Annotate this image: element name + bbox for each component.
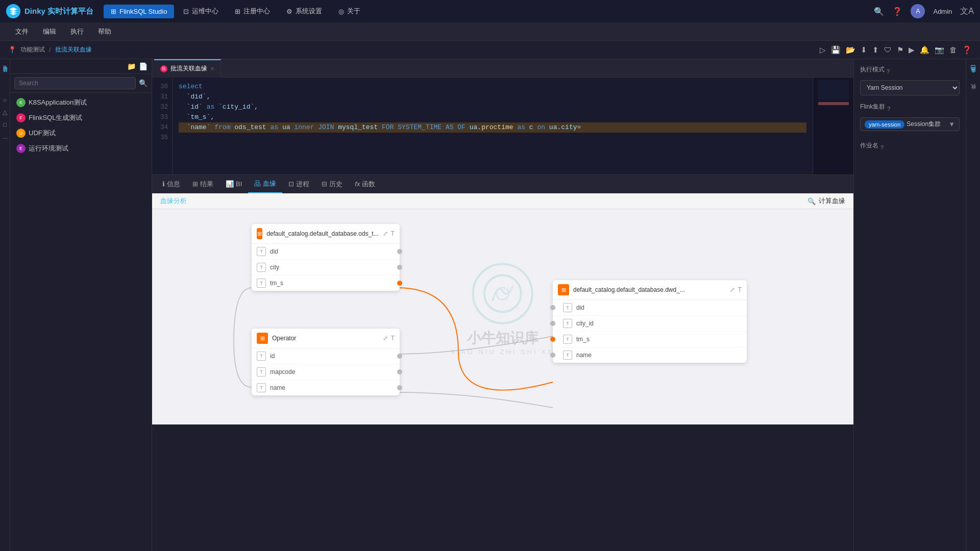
tree-item-flink[interactable]: F FlinkSQL生成测试 (10, 110, 152, 126)
tab-result[interactable]: ⊞ 结果 (186, 175, 219, 193)
field-type-icon-mapcode: T (257, 367, 266, 377)
field-type-icon-city-id: T (563, 319, 572, 328)
breadcrumb-parent[interactable]: 功能测试 (20, 45, 45, 54)
action-run-icon[interactable]: ▷ (820, 45, 826, 55)
tab-function[interactable]: fx 函数 (349, 175, 381, 193)
node-operator-title: Operator (272, 335, 379, 342)
nav-tab-settings[interactable]: ⚙ 系统设置 (279, 4, 329, 19)
flinksql-icon: ⊞ (111, 8, 116, 15)
action-question-icon[interactable]: ❓ (962, 45, 972, 55)
file-panel-toolbar: 📁 📄 (10, 59, 152, 74)
line-numbers: 30 31 32 33 34 35 (152, 78, 173, 174)
node-field-target-name: T name (553, 347, 747, 363)
flink-cluster-help-icon[interactable]: ? (887, 106, 890, 112)
action-save-icon[interactable]: 💾 (831, 45, 841, 55)
field-type-icon-id: T (257, 352, 266, 361)
lineage-compute-btn[interactable]: 计算血缘 (819, 196, 845, 206)
cluster-dropdown-icon[interactable]: ▼ (948, 120, 955, 128)
file-tree: K K8SApplication测试 F FlinkSQL生成测试 U UDF测… (10, 93, 152, 551)
sidebar-globe-icon[interactable]: ○ (3, 96, 7, 104)
field-name-op: name (270, 384, 285, 391)
nav-tab-ops[interactable]: ⊡ 运维中心 (176, 4, 226, 19)
field-type-icon-target-tms: T (563, 335, 572, 344)
menu-execute[interactable]: 执行 (63, 24, 91, 39)
menu-edit[interactable]: 编辑 (36, 24, 63, 39)
function-icon: fx (355, 180, 360, 188)
action-shield-icon[interactable]: 🛡 (884, 45, 892, 54)
node-field-did: T did (252, 244, 400, 260)
tab-label: 批流关联血缘 (170, 64, 207, 73)
action-upload-icon[interactable]: ⬆ (872, 45, 879, 55)
action-play-icon[interactable]: ▶ (909, 45, 915, 55)
field-dot-left-cityid (550, 321, 555, 326)
top-navigation: Dinky 实时计算平台 ⊞ FlinkSQL Studio ⊡ 运维中心 ⊞ … (0, 0, 980, 22)
sidebar-box-icon[interactable]: □ (3, 121, 7, 128)
code-minimap (813, 78, 853, 174)
tab-info[interactable]: ℹ 信息 (156, 175, 186, 193)
flinksql-label: FlinkSQL Studio (119, 8, 167, 15)
field-dot-id (397, 354, 402, 359)
tab-progress[interactable]: ⊡ 进程 (282, 175, 315, 193)
tree-item-env[interactable]: E 运行环境测试 (10, 141, 152, 156)
nav-tab-flinksql[interactable]: ⊞ FlinkSQL Studio (104, 5, 174, 18)
breadcrumb-separator: / (49, 46, 51, 54)
nav-tab-register[interactable]: ⊞ 注册中心 (228, 4, 277, 19)
flink-cluster-select-row[interactable]: yarn-session Session集群 ▼ (860, 117, 960, 131)
lineage-search-action[interactable]: 🔍 计算血缘 (807, 196, 845, 206)
node-filter-icon[interactable]: T (391, 230, 395, 237)
sidebar-menu-icon[interactable]: ≡ (3, 63, 7, 71)
field-dot-mapcode (397, 369, 402, 374)
menu-help[interactable]: 帮助 (91, 24, 118, 39)
editor-tab-lineage[interactable]: 批 批流关联血缘 ✕ (154, 59, 221, 78)
action-open-icon[interactable]: 📂 (846, 45, 855, 55)
nav-tab-about[interactable]: ◎ 关于 (331, 4, 368, 19)
menu-file[interactable]: 文件 (8, 24, 36, 39)
field-type-icon-did: T (257, 247, 266, 256)
node-op-expand-icon[interactable]: ⤢ (383, 335, 388, 342)
node-field-target-did: T did (553, 300, 747, 316)
action-bell-icon[interactable]: 🔔 (920, 45, 929, 55)
tab-close-icon[interactable]: ✕ (210, 66, 214, 71)
right-sidebar-expand-icon[interactable]: ⊟ (970, 63, 976, 71)
node-card-operator: ⊞ Operator ⤢ T T id T mapcode (252, 329, 400, 395)
location-icon: 📍 (8, 46, 16, 54)
node-target-expand-icon[interactable]: ⤢ (730, 286, 735, 293)
search-input[interactable] (14, 77, 136, 89)
tab-lineage[interactable]: 品 血缘 (248, 175, 282, 193)
help-icon[interactable]: ❓ (892, 7, 902, 16)
tab-history[interactable]: ⊟ 历史 (315, 175, 349, 193)
node-target-table-icon: ⊞ (558, 284, 569, 295)
code-content[interactable]: select `did`, `id` as `city_id`, `tm_s`,… (173, 78, 813, 174)
global-search-icon[interactable]: 🔍 (874, 7, 884, 16)
sidebar-more-icon[interactable]: … (2, 133, 8, 140)
svg-point-1 (497, 287, 509, 299)
tree-item-udf[interactable]: U UDF测试 (10, 126, 152, 141)
exec-mode-select[interactable]: Yarn Session (860, 80, 960, 95)
search-button[interactable]: 🔍 (139, 79, 148, 87)
new-folder-icon[interactable]: 📁 (127, 62, 136, 70)
new-file-icon[interactable]: 📄 (139, 62, 148, 70)
avatar[interactable]: A (911, 4, 925, 18)
sidebar-triangle-icon[interactable]: △ (3, 109, 7, 116)
field-type-icon-target-did: T (563, 303, 572, 312)
field-dot-tms-orange (397, 281, 402, 286)
node-op-filter-icon[interactable]: T (391, 335, 395, 342)
lineage-toolbar: 血缘分析 🔍 计算血缘 (152, 193, 853, 209)
field-type-icon-name-op: T (257, 383, 266, 392)
exec-mode-help-icon[interactable]: ? (887, 68, 890, 74)
field-target-tms: tm_s (576, 336, 590, 343)
job-name-help-icon[interactable]: ? (880, 144, 884, 151)
code-editor[interactable]: 30 31 32 33 34 35 select `did`, `id` as … (152, 78, 853, 174)
tab-bi[interactable]: 📊 BI (219, 175, 248, 193)
action-flag-icon[interactable]: ⚑ (897, 45, 903, 55)
action-delete-icon[interactable]: 🗑 (949, 45, 957, 54)
tree-item-k8s[interactable]: K K8SApplication测试 (10, 95, 152, 110)
language-icon[interactable]: 文A (960, 6, 974, 17)
progress-icon: ⊡ (288, 180, 294, 188)
action-download-icon[interactable]: ⬇ (861, 45, 867, 55)
field-target-name: name (576, 352, 592, 359)
node-target-filter-icon[interactable]: T (738, 286, 742, 293)
field-tms: tm_s (270, 280, 283, 287)
node-expand-icon[interactable]: ⤢ (383, 230, 388, 237)
action-camera-icon[interactable]: 📷 (935, 45, 944, 55)
